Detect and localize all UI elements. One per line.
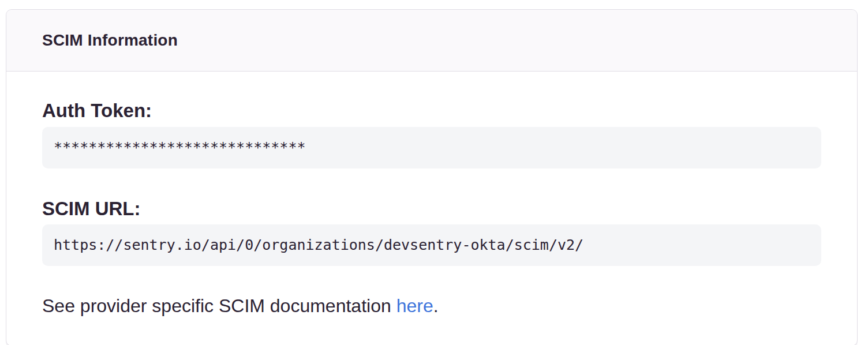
documentation-here-link[interactable]: here (396, 295, 433, 316)
panel-body: Auth Token: ****************************… (6, 72, 857, 345)
auth-token-field: Auth Token: ****************************… (42, 99, 821, 168)
scim-information-panel: SCIM Information Auth Token: ***********… (6, 9, 858, 345)
documentation-note: See provider specific SCIM documentation… (42, 295, 821, 317)
scim-url-value: https://sentry.io/api/0/organizations/de… (42, 224, 821, 266)
auth-token-label: Auth Token: (42, 99, 821, 122)
scim-url-label: SCIM URL: (42, 197, 821, 220)
documentation-note-prefix: See provider specific SCIM documentation (42, 295, 396, 316)
documentation-note-suffix: . (433, 295, 439, 316)
auth-token-value: ***************************** (42, 127, 821, 168)
panel-title: SCIM Information (6, 10, 857, 72)
scim-url-field: SCIM URL: https://sentry.io/api/0/organi… (42, 197, 821, 267)
